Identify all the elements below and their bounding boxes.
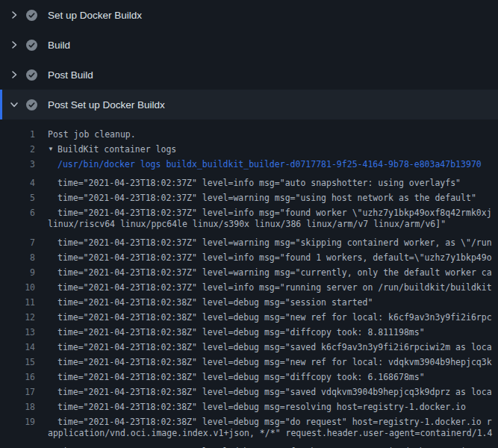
step-label: Post Set up Docker Buildx [48,99,165,111]
log-line: 19 time="2021-04-23T18:02:38Z" level=deb… [0,411,498,426]
log-line: 20 time="2021-04-23T18:02:38Z" level=deb… [0,441,498,448]
chevron-icon[interactable] [10,10,19,19]
log-line: 18 time="2021-04-23T18:02:38Z" level=deb… [0,396,498,411]
log-line-text: BuildKit container logs [57,144,498,155]
step-row-1[interactable]: Build [0,30,498,60]
log-line-text: time="2021-04-23T18:02:38Z" level=debug … [48,342,498,352]
step-label: Set up Docker Buildx [48,10,142,21]
log-panel: 1 Post job cleanup. 2 ▼ BuildKit contain… [0,119,498,448]
log-line-number[interactable]: 15 [0,357,35,367]
steps-list: Set up Docker Buildx Build [0,0,498,119]
log-line-text: linux/riscv64 linux/ppc64le linux/s390x … [48,219,498,229]
chevron-icon[interactable] [10,100,19,109]
log-line: 11 time="2021-04-23T18:02:38Z" level=deb… [0,291,498,306]
log-line: 4 time="2021-04-23T18:02:37Z" level=info… [0,172,498,187]
log-line-number[interactable]: 16 [0,372,35,382]
log-line-number[interactable]: 11 [0,297,35,308]
log-line-number[interactable]: 17 [0,387,35,397]
log-line-number[interactable]: 1 [0,129,35,140]
log-line: 7 time="2021-04-23T18:02:37Z" level=warn… [0,231,498,246]
log-line: 14 time="2021-04-23T18:02:38Z" level=deb… [0,336,498,351]
log-line: 5 time="2021-04-23T18:02:37Z" level=warn… [0,187,498,202]
log-line-number[interactable]: 12 [0,312,35,323]
check-circle-icon [26,99,37,111]
log-line-number[interactable]: 8 [0,252,35,263]
log-line-number[interactable]: 18 [0,402,35,412]
log-line-number[interactable]: 5 [0,193,35,203]
active-step-accent-bar [0,90,2,119]
log-line: 12 time="2021-04-23T18:02:38Z" level=deb… [0,306,498,321]
chevron-icon[interactable] [10,70,19,79]
log-line-text: time="2021-04-23T18:02:38Z" level=debug … [48,417,498,427]
log-line-text: time="2021-04-23T18:02:38Z" level=debug … [48,297,498,308]
log-line-text: time="2021-04-23T18:02:38Z" level=debug … [48,312,498,323]
log-line-number[interactable]: 10 [0,282,35,293]
log-line-text: time="2021-04-23T18:02:38Z" level=debug … [48,327,498,337]
log-line-text: time="2021-04-23T18:02:37Z" level=warnin… [48,237,498,248]
log-line: application/vnd.oci.image.index.v1+json,… [0,426,498,441]
log-line: linux/riscv64 linux/ppc64le linux/s390x … [0,217,498,231]
check-circle-icon [26,10,37,21]
step-row-2[interactable]: Post Build [0,60,498,90]
workflow-log-viewer: Set up Docker Buildx Build [0,0,498,448]
log-line-number[interactable]: 6 [0,208,35,218]
log-line-number[interactable]: 9 [0,267,35,278]
log-line-text: time="2021-04-23T18:02:37Z" level=warnin… [48,193,498,203]
log-line: 3 /usr/bin/docker logs buildx_buildkit_b… [0,157,498,172]
group-toggle-icon[interactable]: ▼ [48,146,57,152]
log-line: 17 time="2021-04-23T18:02:38Z" level=deb… [0,381,498,396]
step-row-0[interactable]: Set up Docker Buildx [0,0,498,30]
log-line: 15 time="2021-04-23T18:02:38Z" level=deb… [0,351,498,366]
log-line-number[interactable]: 7 [0,237,35,248]
log-line: 8 time="2021-04-23T18:02:37Z" level=info… [0,246,498,261]
log-line-text: time="2021-04-23T18:02:37Z" level=info m… [48,252,498,263]
log-line: 6 time="2021-04-23T18:02:37Z" level=info… [0,202,498,217]
check-circle-icon [26,69,37,81]
log-line: 16 time="2021-04-23T18:02:38Z" level=deb… [0,366,498,381]
log-line-text: time="2021-04-23T18:02:37Z" level=info m… [48,282,498,293]
log-line-number[interactable]: 14 [0,342,35,352]
log-line-number[interactable]: 13 [0,327,35,337]
log-line-text: time="2021-04-23T18:02:38Z" level=debug … [48,402,498,412]
log-line-text: time="2021-04-23T18:02:38Z" level=debug … [48,387,498,397]
check-circle-icon [26,40,37,51]
log-line: 1 Post job cleanup. [0,127,498,142]
log-line: 13 time="2021-04-23T18:02:38Z" level=deb… [0,321,498,336]
log-line: 9 time="2021-04-23T18:02:37Z" level=warn… [0,261,498,276]
step-label: Build [48,40,70,51]
log-line-text: application/vnd.oci.image.index.v1+json,… [48,428,498,438]
log-line-text: Post job cleanup. [48,129,498,140]
log-line-text: time="2021-04-23T18:02:37Z" level=info m… [48,208,498,218]
log-line-text: /usr/bin/docker logs buildx_buildkit_bui… [48,159,498,169]
chevron-icon[interactable] [10,40,19,49]
log-line-text: time="2021-04-23T18:02:38Z" level=debug … [48,372,498,382]
log-line: 10 time="2021-04-23T18:02:37Z" level=inf… [0,276,498,291]
log-line-number[interactable]: 2 [0,144,35,155]
log-line-text: time="2021-04-23T18:02:38Z" level=debug … [48,357,498,367]
log-line-text: time="2021-04-23T18:02:37Z" level=info m… [48,178,498,188]
log-line-number[interactable]: 19 [0,417,35,427]
step-label: Post Build [48,69,93,81]
step-row-3[interactable]: Post Set up Docker Buildx [0,90,498,119]
log-line-number[interactable]: 4 [0,178,35,188]
log-line-number[interactable]: 3 [0,159,35,169]
log-line-text: time="2021-04-23T18:02:37Z" level=warnin… [48,267,498,278]
log-line: 2 ▼ BuildKit container logs [0,142,498,157]
